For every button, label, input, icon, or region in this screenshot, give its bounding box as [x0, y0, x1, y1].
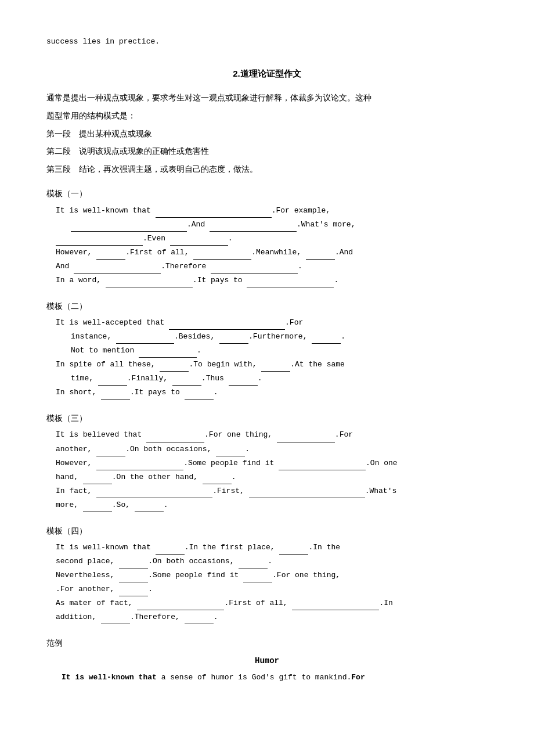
intro-para2: 第二段 说明该观点或现象的正确性或危害性: [46, 144, 488, 160]
template-1-label: 模板（一）: [46, 186, 488, 201]
intro-para1: 第一段 提出某种观点或现象: [46, 127, 488, 142]
template-3-text: It is believed that .For one thing, .For…: [46, 428, 488, 512]
template-2-text: It is well-accepted that .For instance, …: [46, 316, 488, 399]
template-2-label: 模板（二）: [46, 299, 488, 314]
template-1: 模板（一） It is well-known that .For example…: [46, 186, 488, 287]
template-1-text: It is well-known that .For example, .And…: [46, 204, 488, 287]
example-label: 范例: [46, 636, 488, 651]
template-4-label: 模板（四）: [46, 524, 488, 538]
template-3: 模板（三） It is believed that .For one thing…: [46, 411, 488, 512]
top-line: success lies in prectice.: [46, 35, 488, 48]
intro-line1: 通常是提出一种观点或现象，要求考生对这一观点或现象进行解释，体裁多为议论文。这种: [46, 91, 488, 106]
template-2: 模板（二） It is well-accepted that .For inst…: [46, 299, 488, 399]
template-4: 模板（四） It is well-known that .In the firs…: [46, 524, 488, 624]
section-title: 2.道理论证型作文: [46, 66, 488, 81]
example-line: It is well-known that a sense of humor i…: [46, 671, 488, 685]
intro-para3: 第三段 结论，再次强调主题，或表明自己的态度，做法。: [46, 162, 488, 178]
template-3-label: 模板（三）: [46, 411, 488, 426]
example-title: Humor: [46, 654, 488, 668]
intro-block: 通常是提出一种观点或现象，要求考生对这一观点或现象进行解释，体裁多为议论文。这种…: [46, 91, 488, 177]
template-4-text: It is well-known that .In the first plac…: [46, 541, 488, 624]
example-block: 范例 Humor It is well-known that a sense o…: [46, 636, 488, 685]
intro-line2: 题型常用的结构模式是：: [46, 109, 488, 124]
